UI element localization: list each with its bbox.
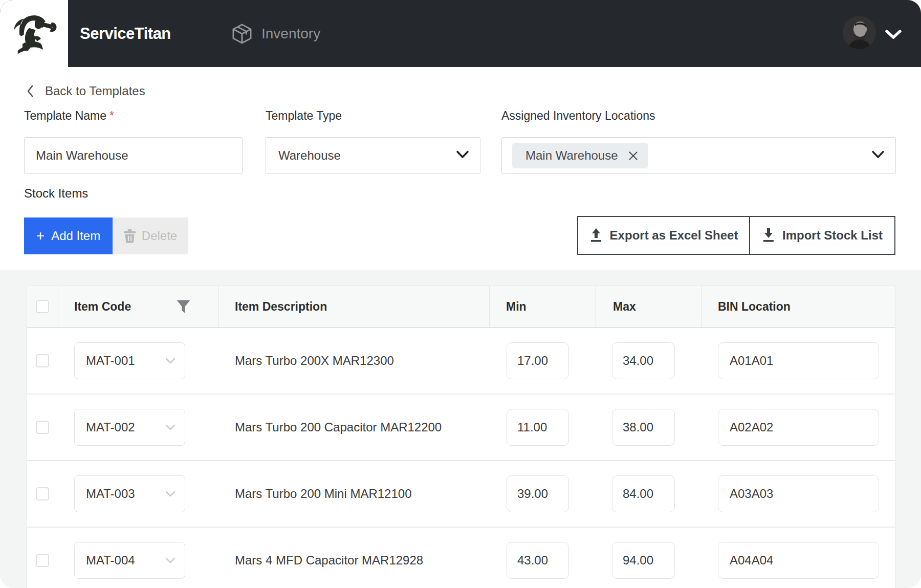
inventory-cube-icon (231, 23, 253, 47)
filter-funnel-icon[interactable] (177, 300, 190, 315)
row-checkbox[interactable] (36, 487, 49, 500)
plus-icon: + (36, 228, 45, 244)
delete-button[interactable]: Delete (113, 217, 188, 254)
chevron-down-icon (872, 151, 884, 161)
template-name-label: Template Name* (24, 109, 114, 123)
back-link-label: Back to Templates (45, 84, 145, 98)
chevron-down-icon (165, 557, 176, 563)
max-input[interactable] (612, 409, 675, 446)
item-description: Mars Turbo 200X MAR12300 (235, 328, 394, 394)
servicetitan-logo[interactable] (0, 0, 68, 67)
max-input[interactable] (612, 342, 675, 379)
table-header-row: Item Code Item Description Min Max BIN L… (27, 286, 895, 328)
export-import-group: Export as Excel Sheet Import Stock List (577, 216, 895, 255)
min-input[interactable] (507, 342, 569, 379)
brand-title: ServiceTitan (80, 0, 171, 67)
item-code-value: MAT-001 (86, 354, 135, 368)
row-checkbox[interactable] (36, 554, 49, 567)
row-checkbox[interactable] (36, 421, 49, 434)
chevron-down-icon (165, 358, 176, 364)
item-description: Mars Turbo 200 Capacitor MAR12200 (235, 395, 442, 460)
column-divider (701, 286, 702, 327)
chevron-left-icon (27, 85, 34, 97)
chevron-down-icon (165, 424, 176, 430)
user-menu-chevron-down-icon[interactable] (885, 29, 902, 42)
item-code-select[interactable]: MAT-001 (74, 342, 185, 379)
col-header-description[interactable]: Item Description (235, 286, 327, 327)
location-chip: Main Warehouse (512, 143, 648, 168)
min-input[interactable] (507, 409, 569, 446)
item-description: Mars 4 MFD Capacitor MAR12928 (235, 528, 423, 588)
table-row: MAT-003 Mars Turbo 200 Mini MAR12100 (27, 461, 895, 528)
min-input[interactable] (507, 475, 569, 512)
user-avatar[interactable] (843, 16, 876, 49)
col-header-max[interactable]: Max (613, 286, 636, 327)
import-stock-button[interactable]: Import Stock List (750, 217, 894, 254)
export-excel-button[interactable]: Export as Excel Sheet (578, 217, 750, 254)
template-type-value: Warehouse (278, 148, 341, 163)
column-divider (596, 286, 596, 327)
item-code-value: MAT-003 (86, 487, 135, 501)
assigned-locations-label: Assigned Inventory Locations (501, 109, 655, 123)
export-label: Export as Excel Sheet (610, 228, 738, 243)
table-row: MAT-002 Mars Turbo 200 Capacitor MAR1220… (27, 395, 895, 461)
table-row: MAT-004 Mars 4 MFD Capacitor MAR12928 (27, 528, 895, 588)
template-type-label: Template Type (266, 109, 342, 123)
servicetitan-mascot-icon (10, 9, 57, 56)
row-checkbox[interactable] (36, 354, 49, 367)
column-divider (218, 286, 219, 327)
col-header-item-code[interactable]: Item Code (74, 286, 131, 327)
upload-icon (589, 228, 603, 243)
required-asterisk: * (109, 109, 114, 122)
inventory-template-page: ServiceTitan Inventory (0, 0, 921, 588)
min-input[interactable] (507, 542, 569, 579)
template-type-select[interactable]: Warehouse (266, 137, 480, 174)
import-label: Import Stock List (782, 228, 883, 243)
item-code-select[interactable]: MAT-003 (74, 475, 185, 512)
item-code-value: MAT-002 (86, 420, 135, 434)
location-chip-label: Main Warehouse (525, 148, 618, 163)
assigned-locations-select[interactable]: Main Warehouse (501, 137, 896, 174)
col-header-min[interactable]: Min (506, 286, 527, 327)
delete-label: Delete (142, 229, 177, 243)
max-input[interactable] (612, 542, 675, 579)
trash-icon (124, 229, 136, 243)
stock-items-table: Item Code Item Description Min Max BIN L… (27, 286, 895, 588)
column-divider (489, 286, 490, 327)
app-title: Inventory (261, 0, 320, 67)
item-code-value: MAT-004 (86, 553, 135, 568)
download-icon (762, 228, 775, 243)
item-code-select[interactable]: MAT-004 (74, 542, 185, 579)
bin-location-input[interactable] (718, 542, 879, 579)
select-all-checkbox[interactable] (36, 300, 49, 313)
bin-location-input[interactable] (718, 475, 879, 512)
template-name-input[interactable] (24, 137, 243, 174)
column-divider (58, 286, 58, 327)
max-input[interactable] (612, 475, 675, 512)
table-section: Item Code Item Description Min Max BIN L… (0, 270, 921, 588)
chevron-down-icon (165, 491, 176, 497)
table-row: MAT-001 Mars Turbo 200X MAR12300 (27, 328, 895, 395)
stock-items-heading: Stock Items (24, 186, 88, 201)
item-description: Mars Turbo 200 Mini MAR12100 (235, 461, 412, 527)
col-header-bin[interactable]: BIN Location (718, 286, 791, 327)
item-code-select[interactable]: MAT-002 (74, 409, 185, 446)
add-item-label: Add Item (51, 229, 100, 243)
bin-location-input[interactable] (718, 409, 879, 446)
chevron-down-icon (456, 151, 469, 161)
top-bar: ServiceTitan Inventory (0, 0, 921, 67)
add-item-button[interactable]: + Add Item (24, 217, 113, 254)
chip-remove-icon[interactable] (628, 151, 638, 161)
bin-location-input[interactable] (718, 342, 879, 379)
back-to-templates-link[interactable]: Back to Templates (27, 83, 145, 99)
